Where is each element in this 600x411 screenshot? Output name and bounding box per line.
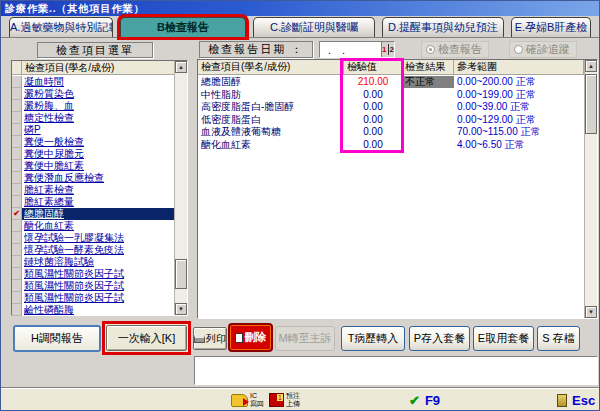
cell-item-name: 血液及體液葡萄糖 (198, 126, 344, 139)
memo-field[interactable] (194, 356, 598, 385)
tab[interactable]: B檢查報告 (120, 17, 246, 37)
list-item[interactable]: ✔ 澱粉質染色 (12, 88, 175, 100)
tab[interactable]: A.過敏藥物與特別記載 (9, 17, 113, 37)
row-selector-cell[interactable]: ✔ (12, 268, 22, 280)
window-titlebar[interactable]: 診療作業..（其他項目作業） (1, 1, 600, 16)
load-combo-button[interactable]: E取用套餐 (473, 326, 534, 351)
tab[interactable]: C.診斷証明與醫囑 (253, 17, 375, 37)
upload-label-line2: 上傳 (286, 400, 300, 408)
row-selector-cell[interactable]: ✔ (12, 148, 22, 160)
row-selector-cell[interactable]: ✔ (12, 76, 22, 88)
f9-confirm-button[interactable]: ✔ F9 (409, 393, 440, 408)
table-row[interactable]: 中性脂肪 0.00 0.00~199.00 正常 (198, 89, 584, 102)
list-item[interactable]: ✔ 總膽固醇 (12, 208, 175, 220)
row-selector-cell[interactable]: ✔ (12, 172, 22, 184)
scroll-down-icon[interactable]: ▼ (175, 303, 187, 315)
report-table-body: 總膽固醇 210.00 不正常 0.00~200.00 正常 中性脂肪 0.00… (198, 76, 584, 151)
list-item[interactable]: ✔ 鏈球菌溶脢試驗 (12, 256, 175, 268)
table-row[interactable]: 醣化血紅素 0.00 4.00~6.50 正常 (198, 139, 584, 152)
row-selector-cell[interactable]: ✔ (12, 304, 22, 316)
cell-reference-range: 4.00~6.50 正常 (454, 139, 584, 152)
save-button[interactable]: S 存檔 (537, 326, 580, 351)
list-item[interactable]: ✔ 凝血時間 (12, 76, 175, 88)
row-selector-cell[interactable]: ✔ (12, 220, 22, 232)
tab[interactable]: E.孕婦B肝產檢 (511, 17, 591, 37)
row-selector-cell[interactable]: ✔ (12, 208, 22, 220)
table-row[interactable]: 高密度脂蛋白-膽固醇 0.00 0.00~39.00 正常 (198, 101, 584, 114)
radio-checkup-report[interactable]: 檢查報告 (421, 41, 489, 58)
list-item[interactable]: ✔ 糞便中尿膽元 (12, 148, 175, 160)
ic-card-icon (231, 394, 248, 407)
ic-writeback-button[interactable]: IC 寫回 (231, 392, 264, 408)
list-item-label: 膽紅素檢查 (22, 184, 175, 196)
list-item[interactable]: ✔ 糞便一般檢查 (12, 136, 175, 148)
list-item[interactable]: ✔ 澱粉脢、血 (12, 100, 175, 112)
row-selector-cell[interactable]: ✔ (12, 112, 22, 124)
tab[interactable]: D.提醒事項與幼兒預注 (382, 17, 504, 37)
tab-label: E.孕婦B肝產檢 (515, 21, 588, 33)
batch-input-button[interactable]: 一次輸入[K] (106, 325, 187, 351)
report-date-value: . . (320, 44, 381, 56)
save-combo-button[interactable]: P存入套餐 (409, 326, 470, 351)
check-icon: ✔ (13, 209, 20, 218)
window-title: 診療作業..（其他項目作業） (5, 3, 145, 14)
radio-followup[interactable]: 確診追蹤 (509, 41, 577, 58)
row-selector-cell[interactable]: ✔ (12, 100, 22, 112)
report-date-label: 檢查報告日期 ： (199, 41, 313, 58)
row-selector-cell[interactable]: ✔ (12, 184, 22, 196)
cell-item-name: 高密度脂蛋白-膽固醇 (198, 101, 344, 114)
list-item[interactable]: ✔ 磷P (12, 124, 175, 136)
list-item-label: 膽紅素總量 (22, 196, 175, 208)
list-item[interactable]: ✔ 鹼性磷酯脢 (12, 304, 175, 316)
list-item[interactable]: ✔ 懷孕試驗一酵素免疫法 (12, 244, 175, 256)
row-selector-cell[interactable]: ✔ (12, 136, 22, 148)
list-item[interactable]: ✔ 懷孕試驗一乳膠凝集法 (12, 232, 175, 244)
delete-button[interactable]: 刪除 (228, 323, 273, 352)
row-selector-cell[interactable]: ✔ (12, 88, 22, 100)
list-item-label: 糖定性檢查 (22, 112, 175, 124)
print-button[interactable]: 列印 (193, 327, 227, 350)
cell-test-value: 0.00 (344, 101, 402, 114)
transfer-to-chief-complaint-button[interactable]: M轉至主訴 (275, 326, 335, 351)
row-selector-cell[interactable]: ✔ (12, 196, 22, 208)
row-selector-cell[interactable]: ✔ (12, 256, 22, 268)
scroll-up-icon[interactable]: ▲ (175, 61, 187, 73)
list-item[interactable]: ✔ 糖定性檢查 (12, 112, 175, 124)
list-item[interactable]: ✔ 糞便潛血反應檢查 (12, 172, 175, 184)
row-selector-cell[interactable]: ✔ (12, 280, 22, 292)
row-selector-cell[interactable]: ✔ (12, 232, 22, 244)
import-from-history-button[interactable]: T病歷轉入 (341, 326, 405, 351)
esc-exit-button[interactable]: Esc (557, 393, 595, 408)
report-scrollbar-thumb[interactable] (585, 74, 597, 134)
list-item-label: 糞便潛血反應檢查 (22, 172, 175, 184)
list-item[interactable]: ✔ 類風濕性關節炎因子試 (12, 280, 175, 292)
report-scrollbar[interactable]: ▲ ▼ (584, 60, 597, 318)
table-row[interactable]: 低密度脂蛋白 0.00 0.00~129.00 正常 (198, 114, 584, 127)
cell-test-value: 0.00 (344, 89, 402, 102)
row-selector-cell[interactable]: ✔ (12, 160, 22, 172)
review-report-button[interactable]: H調閱報告 (13, 325, 101, 352)
list-item[interactable]: ✔ 膽紅素總量 (12, 196, 175, 208)
scroll-down-icon[interactable]: ▼ (585, 306, 597, 318)
list-item[interactable]: ✔ 醣化血紅素 (12, 220, 175, 232)
row-selector-cell[interactable]: ✔ (12, 292, 22, 304)
row-selector-cell[interactable]: ✔ (12, 124, 22, 136)
spinner-divider (388, 44, 389, 55)
list-item[interactable]: ✔ 類風濕性關節炎因子試 (12, 268, 175, 280)
result-badge: 不正常 (402, 76, 454, 88)
list-item[interactable]: ✔ 膽紅素檢查 (12, 184, 175, 196)
report-date-field[interactable]: . . 12 (319, 41, 395, 58)
row-selector-cell[interactable]: ✔ (12, 244, 22, 256)
vaccine-upload-button[interactable]: 預注 上傳 (269, 392, 300, 408)
date-spinner-icon[interactable]: 12 (381, 42, 394, 57)
cell-result (402, 139, 454, 152)
table-row[interactable]: 血液及體液葡萄糖 0.00 70.00~115.00 正常 (198, 126, 584, 139)
scroll-up-icon[interactable]: ▲ (585, 60, 597, 72)
table-row[interactable]: 總膽固醇 210.00 不正常 0.00~200.00 正常 (198, 76, 584, 89)
list-scrollbar[interactable]: ▲ ▼ (174, 61, 187, 315)
list-item[interactable]: ✔ 糞便中膽紅素 (12, 160, 175, 172)
list-item-label: 糞便一般檢查 (22, 136, 175, 148)
cell-result (402, 114, 454, 127)
list-scrollbar-thumb[interactable] (175, 259, 187, 289)
list-item[interactable]: ✔ 類風濕性關節炎因子試 (12, 292, 175, 304)
